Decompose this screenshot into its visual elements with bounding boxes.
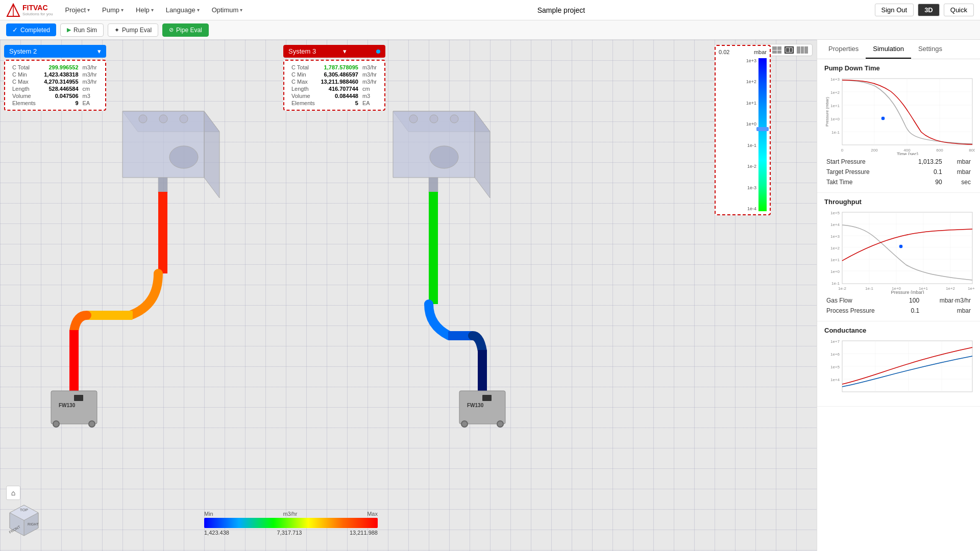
chevron-down-icon: ▾ [87,7,90,13]
process-pressure-unit: mbar [921,306,973,316]
system-2-label: System 2 [9,47,37,55]
c-min-row: C Min 1,423.438318 m3/hr [10,71,100,78]
color-bar-unit-label: m3/hr [283,511,297,517]
throughput-title: Throughput [824,198,973,206]
completed-button[interactable]: ✓ Completed [6,23,56,36]
svg-text:Time (sec): Time (sec) [897,152,918,155]
takt-time-value: 90 [900,177,944,187]
svg-text:1e+4: 1e+4 [830,222,840,227]
chamber-left [122,111,219,198]
throughput-section: Throughput 1e+5 [817,193,980,321]
gas-flow-unit: mbar·m3/hr [921,295,973,306]
system-3-dropdown[interactable]: System 3 ▾ [283,45,385,58]
svg-rect-30 [482,395,492,401]
view-quick-button[interactable]: Quick [944,4,974,16]
throughput-properties: Gas Flow 100 mbar·m3/hr Process Pressure… [824,295,973,316]
view-3d-button[interactable]: 3D [918,4,940,16]
nav-optimum[interactable]: Optimum ▾ [207,4,248,16]
svg-point-5 [139,115,147,123]
pump-down-time-chart-wrapper: 1e+3 1e+2 1e+1 1e+0 1e-1 0 200 400 600 8… [824,76,973,157]
svg-point-6 [159,115,167,123]
pipe-eval-button[interactable]: ⊘ Pipe Eval [162,23,209,37]
svg-text:RIGHT: RIGHT [28,522,39,526]
svg-point-7 [180,115,188,123]
color-bar-min-value: 1,423.438 [204,530,229,536]
pump-down-properties: Start Pressure 1,013.25 mbar Target Pres… [824,157,973,187]
c-total-row-3: C Total 1,787.578095 m3/hr [289,64,379,71]
system-2-dropdown[interactable]: System 2 ▾ [4,45,106,58]
svg-text:1e-1: 1e-1 [865,286,874,291]
svg-text:1e+3: 1e+3 [830,234,840,239]
svg-text:TOP: TOP [20,508,28,512]
gas-flow-value: 100 [900,295,921,306]
svg-rect-41 [842,79,972,145]
target-pressure-value: 0.1 [900,167,944,177]
gas-flow-label: Gas Flow [824,295,900,306]
svg-rect-28 [478,350,487,391]
start-pressure-value: 1,013.25 [900,157,944,167]
svg-point-86 [899,244,903,248]
pump-eval-button[interactable]: ✦ Pump Eval [108,23,158,37]
two-col-view-icon[interactable] [785,46,794,54]
grid-view-icon[interactable] [772,46,781,54]
pipe-icon: ⊘ [169,27,174,33]
start-pressure-row: Start Pressure 1,013.25 mbar [824,157,973,167]
svg-text:1e-1: 1e-1 [831,281,840,286]
home-button[interactable]: ⌂ [6,486,20,500]
conductance-chart-wrapper: 1e+7 1e+6 1e+5 1e+4 [824,338,973,401]
svg-text:1e+0: 1e+0 [830,269,840,274]
svg-text:1e+1: 1e+1 [830,258,840,262]
three-col-view-icon[interactable] [797,46,808,54]
takt-time-label: Takt Time [824,177,900,187]
toolbar: ✓ Completed ▶ Run Sim ✦ Pump Eval ⊘ Pipe… [0,20,980,40]
svg-text:1e+2: 1e+2 [830,246,840,251]
system-3-dot [376,49,380,54]
svg-text:600: 600 [936,148,943,153]
nav-help[interactable]: Help ▾ [131,4,159,16]
chevron-down-icon: ▾ [240,7,242,13]
svg-text:1e+1: 1e+1 [830,104,840,108]
pump-down-time-section: Pump Down Time 1e+3 [817,59,980,193]
svg-text:1e-1: 1e-1 [831,130,840,135]
conductance-section: Conductance 1e+7 1e+6 1e+5 1e+4 [817,321,980,407]
vs-value: 0.02 [719,49,729,55]
sign-out-button[interactable]: Sign Out [875,4,914,16]
svg-text:1e+3: 1e+3 [968,286,975,291]
svg-rect-10 [158,192,167,273]
nav-cube: TOP RIGHT FRONT [5,503,43,541]
chevron-down-icon: ▾ [151,7,154,13]
svg-rect-11 [87,311,133,320]
right-panel-tabs: Properties Simulation Settings [817,40,980,59]
process-pressure-row: Process Pressure 0.1 mbar [824,306,973,316]
c-max-row-3: C Max 13,211.988460 m3/hr [289,78,379,85]
process-pressure-label: Process Pressure [824,306,900,316]
vs-slider[interactable] [756,127,769,131]
svg-marker-4 [204,111,219,198]
nav-project[interactable]: Project ▾ [60,4,95,16]
pipe-system-left-svg: FW130 [41,101,260,458]
project-title: Sample project [250,6,872,14]
color-bar-title: Min m3/hr Max [204,511,378,517]
svg-point-15 [53,421,59,427]
svg-rect-9 [158,178,167,193]
main-content: View Filter ▾ System 2 ▾ [0,40,980,551]
nav-language[interactable]: Language ▾ [161,4,205,16]
start-pressure-label: Start Pressure [824,157,900,167]
tab-properties[interactable]: Properties [821,40,866,59]
length-row-3: Length 416.707744 cm [289,85,379,92]
svg-text:1e-2: 1e-2 [838,286,847,291]
nav-pump[interactable]: Pump ▾ [97,4,129,16]
color-bar-max-value: 13,211.988 [350,530,378,536]
svg-point-16 [89,421,95,427]
run-sim-button[interactable]: ▶ Run Sim [60,23,104,37]
tab-simulation[interactable]: Simulation [866,40,911,59]
top-navigation: FITVAC Solutions for you Project ▾ Pump … [0,0,980,20]
target-pressure-row: Target Pressure 0.1 mbar [824,167,973,177]
c-total-row: C Total 299.996552 m3/hr [10,64,100,71]
tab-settings[interactable]: Settings [911,40,949,59]
vs-header: 0.02 mbar [719,49,767,55]
3d-view-area[interactable]: View Filter ▾ System 2 ▾ [0,40,817,551]
pump-down-time-chart: 1e+3 1e+2 1e+1 1e+0 1e-1 0 200 400 600 8… [824,76,975,155]
color-bar-min-label: Min [204,511,213,517]
svg-text:1e+6: 1e+6 [830,352,840,357]
